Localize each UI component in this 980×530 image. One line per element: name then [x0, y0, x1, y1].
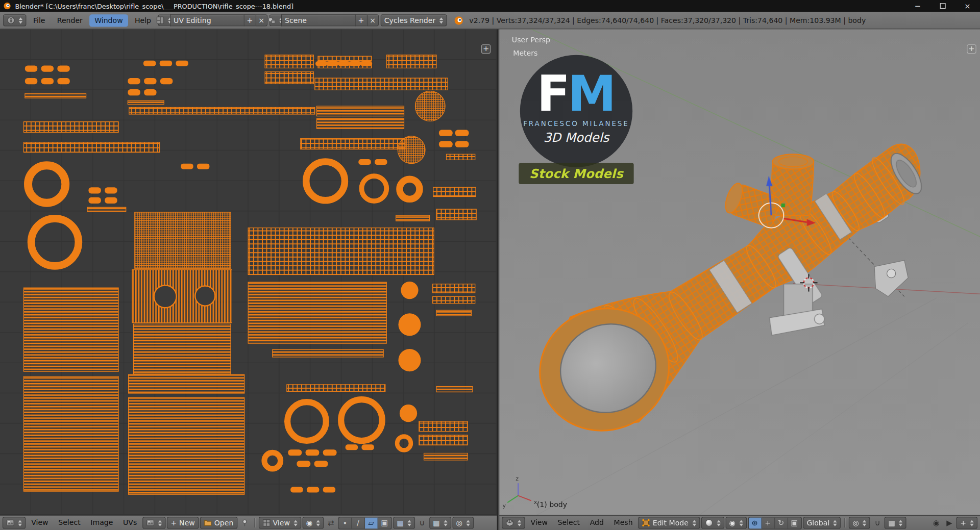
editor-type-button[interactable]: [502, 517, 525, 528]
screen-layout-add-button[interactable]: +: [243, 14, 255, 26]
pin-icon: [240, 519, 249, 527]
snap-element-dropdown[interactable]: ▦: [429, 517, 451, 528]
island-select-mode-button[interactable]: ▣: [378, 517, 391, 528]
viewport-shading-dropdown[interactable]: [701, 517, 724, 528]
main-area: + View Select Image UVs + New: [0, 30, 980, 530]
face-mode-icon: ▱: [369, 518, 374, 527]
screen-layout-name[interactable]: UV Editing: [170, 14, 243, 26]
proportional-icon: ◎: [853, 518, 859, 527]
face-select-mode-button[interactable]: ▱: [365, 517, 378, 528]
uv-menu-image[interactable]: Image: [86, 516, 117, 530]
header-extra-button[interactable]: +: [957, 517, 977, 528]
plus-icon: +: [358, 16, 364, 24]
divider: [254, 518, 255, 527]
open-image-button[interactable]: Open: [200, 517, 237, 528]
rotate-icon: ↻: [778, 518, 784, 527]
proportional-edit-dropdown[interactable]: ◎: [849, 517, 870, 528]
close-button[interactable]: ×: [955, 0, 980, 12]
svg-text:FRANCESCO MILANESE: FRANCESCO MILANESE: [523, 120, 629, 128]
scene-delete-button[interactable]: ×: [366, 14, 378, 26]
mode-dropdown[interactable]: Edit Mode: [639, 517, 700, 528]
image-icon: [146, 519, 155, 527]
snap-element-icon: ▦: [433, 518, 439, 527]
svg-text:y: y: [502, 502, 506, 509]
vp-menu-view[interactable]: View: [526, 516, 552, 530]
pin-button[interactable]: [238, 517, 250, 528]
info-editor-type-button[interactable]: [3, 14, 26, 26]
viewport-3d-canvas[interactable]: FM FRANCESCO MILANESE 3D Models Stock Mo…: [499, 30, 980, 515]
chevron-updown-icon: [518, 520, 521, 526]
menu-help[interactable]: Help: [130, 14, 156, 27]
scale-manipulator-button[interactable]: ▣: [788, 517, 801, 528]
snap-element-icon: ▦: [888, 518, 895, 527]
pivot-dropdown[interactable]: ◉: [302, 517, 324, 528]
snap-toggle-button[interactable]: ∪: [871, 517, 883, 528]
translate-manipulator-button[interactable]: +: [762, 517, 775, 528]
viewport-canvas-svg[interactable]: FM FRANCESCO MILANESE 3D Models Stock Mo…: [499, 30, 980, 515]
svg-text:z: z: [516, 475, 519, 482]
chevron-updown-icon: [863, 520, 866, 526]
scene-add-button[interactable]: +: [355, 14, 366, 26]
image-datablock-browse-button[interactable]: [142, 517, 165, 528]
chevron-updown-icon: [444, 520, 447, 526]
rotate-manipulator-button[interactable]: ↻: [775, 517, 788, 528]
proportional-icon: ◎: [456, 518, 462, 527]
close-icon: ×: [258, 16, 264, 24]
pivot-icon: ◉: [729, 518, 735, 527]
snap-toggle-button[interactable]: ∪: [416, 517, 428, 528]
folder-icon: [204, 519, 212, 527]
blender-window: Blender* [C:\Users\franc\Desktop\rifle_s…: [0, 0, 980, 530]
maximize-button[interactable]: [930, 0, 955, 12]
uv-menu-uvs[interactable]: UVs: [118, 516, 141, 530]
screen-layout-delete-button[interactable]: ×: [256, 14, 267, 26]
edge-select-mode-button[interactable]: ∕: [352, 517, 365, 528]
snap-element-dropdown[interactable]: ▦: [885, 517, 906, 528]
uv-menu-view[interactable]: View: [27, 516, 53, 530]
shading-sphere-icon: [705, 519, 713, 527]
menu-render[interactable]: Render: [52, 14, 88, 27]
menu-window[interactable]: Window: [89, 14, 128, 27]
chevron-updown-icon: [293, 520, 297, 526]
transform-orientation-dropdown[interactable]: Global: [803, 517, 841, 528]
editor-type-button[interactable]: [3, 517, 26, 528]
region-expand-button[interactable]: +: [481, 44, 491, 54]
menu-file[interactable]: File: [28, 14, 50, 27]
screen-layout-selector: UV Editing + ×: [158, 14, 267, 26]
uv-sync-toggle[interactable]: ⇄: [325, 517, 337, 528]
uv-editor-header: View Select Image UVs + New Open: [0, 515, 497, 530]
magnet-icon: ∪: [419, 518, 425, 527]
chevron-updown-icon: [466, 520, 470, 526]
chevron-updown-icon: [19, 17, 22, 23]
svg-text:3D Models: 3D Models: [544, 130, 610, 145]
chevron-updown-icon: [407, 520, 411, 526]
sticky-selection-dropdown[interactable]: ▦: [393, 517, 415, 528]
scene-browse-button[interactable]: [269, 14, 281, 26]
region-expand-button[interactable]: +: [967, 44, 976, 54]
pivot-dropdown[interactable]: ◉: [725, 517, 747, 528]
opengl-render-image-button[interactable]: ◉: [930, 517, 942, 528]
scene-name[interactable]: Scene: [281, 14, 355, 26]
proportional-edit-dropdown[interactable]: ◎: [452, 517, 474, 528]
vp-menu-add[interactable]: Add: [585, 516, 608, 530]
sync-icon: ⇄: [328, 518, 334, 527]
vp-menu-mesh[interactable]: Mesh: [609, 516, 637, 530]
3d-viewport-icon: [506, 519, 514, 527]
opengl-render-anim-button[interactable]: ▶: [943, 517, 955, 528]
screen-layout-browse-button[interactable]: [158, 14, 170, 26]
render-still-icon: ◉: [933, 518, 940, 527]
uv-menu-select[interactable]: Select: [54, 516, 85, 530]
chevron-updown-icon: [739, 520, 743, 526]
new-image-button[interactable]: + New: [167, 517, 199, 528]
info-icon: [7, 16, 15, 24]
uv-select-mode-group: ∙ ∕ ▱ ▣: [338, 517, 391, 529]
vertex-select-mode-button[interactable]: ∙: [339, 517, 352, 528]
uv-canvas-svg[interactable]: [0, 30, 497, 515]
viewport-3d-header: View Select Add Mesh Edit Mode ◉: [499, 515, 980, 530]
manipulator-toggle-button[interactable]: ⊕: [748, 517, 762, 528]
render-engine-dropdown[interactable]: Cycles Render: [380, 14, 447, 26]
minimize-button[interactable]: −: [905, 0, 930, 12]
uv-editor-canvas[interactable]: +: [0, 30, 497, 515]
uv-view-dropdown[interactable]: View: [258, 517, 301, 528]
chevron-updown-icon: [158, 520, 162, 526]
vp-menu-select[interactable]: Select: [553, 516, 584, 530]
